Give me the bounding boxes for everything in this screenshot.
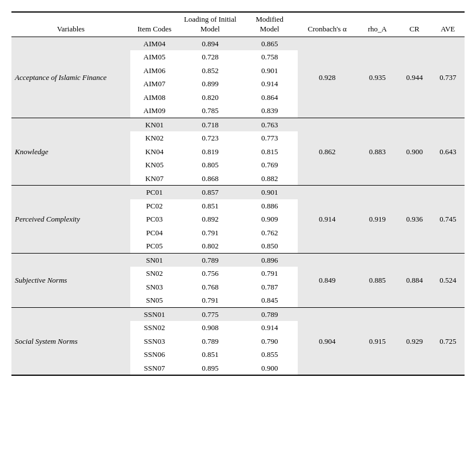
modified-model: 0.787 [242,280,298,294]
variable-name: Perceived Complexity [11,186,130,254]
item-code: PC03 [130,212,179,226]
cr-value: 0.884 [398,253,431,307]
loading-initial: 0.785 [179,104,242,118]
modified-model: 0.901 [242,64,298,78]
cr-value: 0.936 [398,186,431,254]
modified-model: 0.900 [242,361,298,376]
cronbach-alpha: 0.914 [298,186,357,254]
modified-model: 0.914 [242,77,298,91]
modified-model: 0.855 [242,348,298,361]
table-row: Perceived ComplexityPC010.8570.9010.9140… [11,186,465,199]
loading-initial: 0.768 [179,280,242,294]
data-table: Variables Item Codes Loading of Initial … [11,11,465,376]
loading-initial: 0.791 [179,294,242,307]
loading-initial: 0.802 [179,239,242,253]
modified-model: 0.762 [242,226,298,240]
loading-initial: 0.892 [179,212,242,226]
header-row: Variables Item Codes Loading of Initial … [11,12,465,37]
item-code: SN05 [130,294,179,307]
modified-model: 0.882 [242,172,298,186]
loading-initial: 0.805 [179,158,242,172]
loading-initial: 0.908 [179,321,242,335]
loading-initial: 0.899 [179,77,242,91]
rho-a: 0.883 [357,118,398,186]
rho-a: 0.915 [357,307,398,375]
modified-model: 0.815 [242,145,298,159]
header-item-codes: Item Codes [130,12,179,37]
item-code: AIM07 [130,77,179,91]
item-code: KN02 [130,131,179,145]
item-code: SN01 [130,253,179,267]
modified-model: 0.845 [242,294,298,307]
header-cronbach: Cronbach's α [298,12,357,37]
item-code: PC01 [130,186,179,199]
loading-initial: 0.775 [179,307,242,321]
item-code: PC02 [130,199,179,213]
cronbach-alpha: 0.904 [298,307,357,375]
rho-a: 0.885 [357,253,398,307]
item-code: AIM04 [130,37,179,50]
item-code: SSN06 [130,348,179,361]
loading-initial: 0.820 [179,91,242,105]
modified-model: 0.850 [242,239,298,253]
header-modified-model: Modified Model [242,12,298,37]
variable-name: Subjective Norms [11,253,130,307]
ave-value: 0.737 [431,37,465,118]
loading-initial: 0.868 [179,172,242,186]
modified-model: 0.791 [242,267,298,280]
loading-initial: 0.819 [179,145,242,159]
item-code: SSN03 [130,335,179,348]
cronbach-alpha: 0.849 [298,253,357,307]
table-container: Variables Item Codes Loading of Initial … [11,11,465,376]
table-row: Acceptance of Islamic FinanceAIM040.8940… [11,37,465,50]
item-code: SSN01 [130,307,179,321]
cronbach-alpha: 0.928 [298,37,357,118]
loading-initial: 0.894 [179,37,242,50]
loading-initial: 0.789 [179,335,242,348]
cr-value: 0.900 [398,118,431,186]
variable-name: Social System Norms [11,307,130,375]
ave-value: 0.643 [431,118,465,186]
loading-initial: 0.857 [179,186,242,199]
modified-model: 0.773 [242,131,298,145]
modified-model: 0.896 [242,253,298,267]
modified-model: 0.914 [242,321,298,335]
modified-model: 0.865 [242,37,298,50]
loading-initial: 0.895 [179,361,242,376]
item-code: KN07 [130,172,179,186]
loading-initial: 0.791 [179,226,242,240]
variable-name: Knowledge [11,118,130,186]
item-code: PC05 [130,239,179,253]
item-code: KN04 [130,145,179,159]
loading-initial: 0.728 [179,50,242,64]
rho-a: 0.919 [357,186,398,254]
item-code: SN02 [130,267,179,280]
ave-value: 0.745 [431,186,465,254]
item-code: SSN02 [130,321,179,335]
loading-initial: 0.851 [179,199,242,213]
item-code: AIM05 [130,50,179,64]
rho-a: 0.935 [357,37,398,118]
loading-initial: 0.756 [179,267,242,280]
modified-model: 0.763 [242,118,298,131]
header-ave: AVE [431,12,465,37]
loading-initial: 0.718 [179,118,242,131]
loading-initial: 0.852 [179,64,242,78]
item-code: SN03 [130,280,179,294]
item-code: KN05 [130,158,179,172]
modified-model: 0.886 [242,199,298,213]
item-code: SSN07 [130,361,179,376]
modified-model: 0.901 [242,186,298,199]
modified-model: 0.839 [242,104,298,118]
modified-model: 0.789 [242,307,298,321]
loading-initial: 0.723 [179,131,242,145]
header-variables: Variables [11,12,130,37]
cr-value: 0.929 [398,307,431,375]
loading-initial: 0.789 [179,253,242,267]
cronbach-alpha: 0.862 [298,118,357,186]
table-row: KnowledgeKN010.7180.7630.8620.8830.9000.… [11,118,465,131]
variable-name: Acceptance of Islamic Finance [11,37,130,118]
modified-model: 0.909 [242,212,298,226]
header-cr: CR [398,12,431,37]
table-row: Subjective NormsSN010.7890.8960.8490.885… [11,253,465,267]
